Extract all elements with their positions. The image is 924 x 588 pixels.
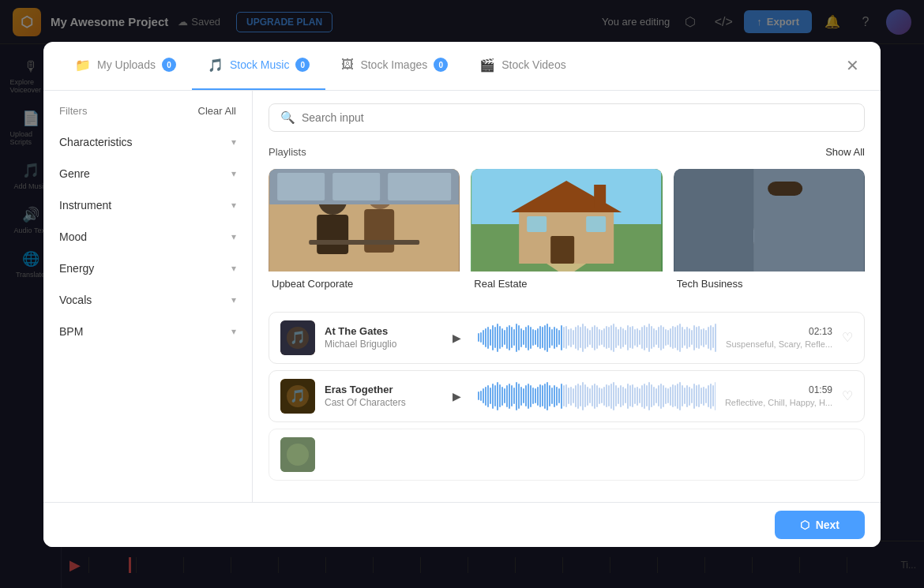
filter-bpm[interactable]: BPM ▾	[43, 316, 252, 347]
filter-panel: Filters Clear All Characteristics ▾ Genr…	[43, 91, 253, 502]
svg-rect-29	[768, 182, 802, 196]
playlist-realestate-thumb	[471, 169, 662, 272]
svg-point-37	[287, 444, 309, 466]
filter-vocals[interactable]: Vocals ▾	[43, 284, 252, 316]
svg-rect-18	[586, 216, 606, 232]
stock-videos-icon: 🎬	[479, 58, 495, 73]
filter-mood[interactable]: Mood ▾	[43, 221, 252, 253]
track-gates-play-button[interactable]: ▶	[445, 326, 468, 350]
upbeat-corporate-name: Upbeat Corporate	[269, 272, 460, 293]
stock-images-badge: 0	[434, 58, 448, 72]
modal-footer: ⬡ Next	[43, 502, 881, 547]
energy-chevron: ▾	[231, 263, 236, 274]
track-eras-play-button[interactable]: ▶	[445, 384, 468, 408]
filter-header: Filters Clear All	[43, 99, 252, 126]
svg-rect-6	[309, 240, 419, 245]
search-bar: 🔍	[269, 103, 865, 132]
tab-stock-images-label: Stock Images	[360, 58, 427, 71]
svg-rect-8	[277, 173, 325, 200]
track-eras-duration: 01:59	[805, 384, 832, 395]
modal-overlay: 📁 My Uploads 0 🎵 Stock Music 0 🖼 Stock I…	[0, 0, 924, 588]
playlist-upbeat-thumb	[269, 169, 460, 272]
track-eras-favorite-button[interactable]: ♡	[842, 388, 853, 403]
track-gates-title: At The Gates	[325, 325, 435, 337]
modal-close-button[interactable]: ✕	[839, 53, 865, 78]
track-eras-together[interactable]: 🎵 Eras Together Cast Of Characters ▶ 01:…	[269, 370, 865, 422]
track-third-thumb	[280, 437, 315, 472]
filter-characteristics[interactable]: Characteristics ▾	[43, 126, 252, 158]
filters-label: Filters	[59, 105, 87, 117]
search-input[interactable]	[302, 111, 853, 124]
track-gates-artist: Michael Briguglio	[325, 339, 435, 350]
svg-rect-9	[332, 173, 380, 200]
genre-label: Genre	[59, 167, 90, 180]
track-eras-info: Eras Together Cast Of Characters	[325, 384, 435, 408]
modal-body: Filters Clear All Characteristics ▾ Genr…	[43, 91, 881, 502]
clear-all-button[interactable]: Clear All	[198, 105, 236, 117]
uploads-icon: 📁	[75, 58, 91, 73]
stock-music-modal: 📁 My Uploads 0 🎵 Stock Music 0 🖼 Stock I…	[43, 42, 881, 547]
stock-music-icon: 🎵	[208, 58, 223, 73]
instrument-label: Instrument	[59, 199, 111, 212]
svg-rect-19	[594, 185, 606, 208]
genre-chevron: ▾	[231, 168, 236, 179]
track-eras-artist: Cast Of Characters	[325, 397, 435, 408]
tab-stock-images[interactable]: 🖼 Stock Images 0	[325, 42, 464, 91]
playlist-tech-thumb	[674, 169, 865, 272]
svg-rect-10	[388, 173, 451, 200]
tab-stock-music-label: Stock Music	[230, 58, 289, 71]
uploads-badge: 0	[162, 58, 176, 72]
track-eras-waveform	[478, 382, 716, 410]
track-gates-waveform	[478, 324, 716, 352]
tech-business-name: Tech Business	[674, 272, 865, 293]
playlist-upbeat-corporate[interactable]: Upbeat Corporate	[269, 169, 460, 293]
characteristics-chevron: ▾	[231, 137, 236, 148]
svg-rect-3	[317, 215, 348, 254]
track-gates-tags: Suspenseful, Scary, Refle...	[726, 339, 832, 349]
characteristics-label: Characteristics	[59, 136, 133, 148]
track-gates-duration: 02:13	[805, 326, 832, 337]
track-partial[interactable]	[269, 429, 865, 481]
vocals-label: Vocals	[59, 294, 92, 306]
mood-label: Mood	[59, 230, 87, 243]
stock-images-icon: 🖼	[341, 58, 354, 72]
vocals-chevron: ▾	[231, 294, 236, 305]
content-panel: 🔍 Playlists Show All	[253, 91, 881, 502]
mood-chevron: ▾	[231, 231, 236, 242]
track-gates-info: At The Gates Michael Briguglio	[325, 325, 435, 350]
svg-text:🎵: 🎵	[290, 388, 306, 403]
next-icon: ⬡	[800, 519, 809, 531]
instrument-chevron: ▾	[231, 200, 236, 211]
filter-instrument[interactable]: Instrument ▾	[43, 189, 252, 221]
track-gates-meta: 02:13 Suspenseful, Scary, Refle...	[726, 326, 832, 349]
track-eras-title: Eras Together	[325, 384, 435, 395]
tab-my-uploads[interactable]: 📁 My Uploads 0	[59, 42, 192, 91]
tab-stock-videos[interactable]: 🎬 Stock Videos	[464, 42, 581, 91]
filter-genre[interactable]: Genre ▾	[43, 158, 252, 189]
svg-rect-27	[674, 169, 753, 272]
track-at-the-gates[interactable]: 🎵 At The Gates Michael Briguglio ▶ 02:13…	[269, 312, 865, 364]
track-eras-meta: 01:59 Reflective, Chill, Happy, H...	[725, 384, 832, 407]
svg-rect-17	[527, 216, 547, 232]
track-eras-tags: Reflective, Chill, Happy, H...	[725, 398, 832, 407]
tab-stock-music[interactable]: 🎵 Stock Music 0	[192, 42, 325, 91]
show-all-button[interactable]: Show All	[825, 146, 865, 158]
modal-tabs: 📁 My Uploads 0 🎵 Stock Music 0 🖼 Stock I…	[43, 42, 881, 91]
search-icon: 🔍	[280, 110, 295, 125]
svg-rect-16	[550, 236, 574, 264]
playlist-real-estate[interactable]: Real Estate	[471, 169, 662, 293]
bpm-label: BPM	[59, 325, 83, 338]
track-gates-thumb: 🎵	[280, 320, 315, 355]
playlists-grid: Upbeat Corporate	[269, 169, 865, 293]
next-button[interactable]: ⬡ Next	[775, 511, 865, 539]
next-label: Next	[816, 519, 839, 531]
filter-energy[interactable]: Energy ▾	[43, 253, 252, 284]
real-estate-name: Real Estate	[471, 272, 662, 293]
track-gates-favorite-button[interactable]: ♡	[842, 330, 853, 345]
playlist-tech-business[interactable]: Tech Business	[674, 169, 865, 293]
track-eras-thumb: 🎵	[280, 379, 315, 414]
bpm-chevron: ▾	[231, 326, 236, 337]
tab-stock-videos-label: Stock Videos	[501, 58, 565, 71]
svg-rect-5	[364, 209, 394, 253]
playlists-title: Playlists	[269, 146, 306, 158]
